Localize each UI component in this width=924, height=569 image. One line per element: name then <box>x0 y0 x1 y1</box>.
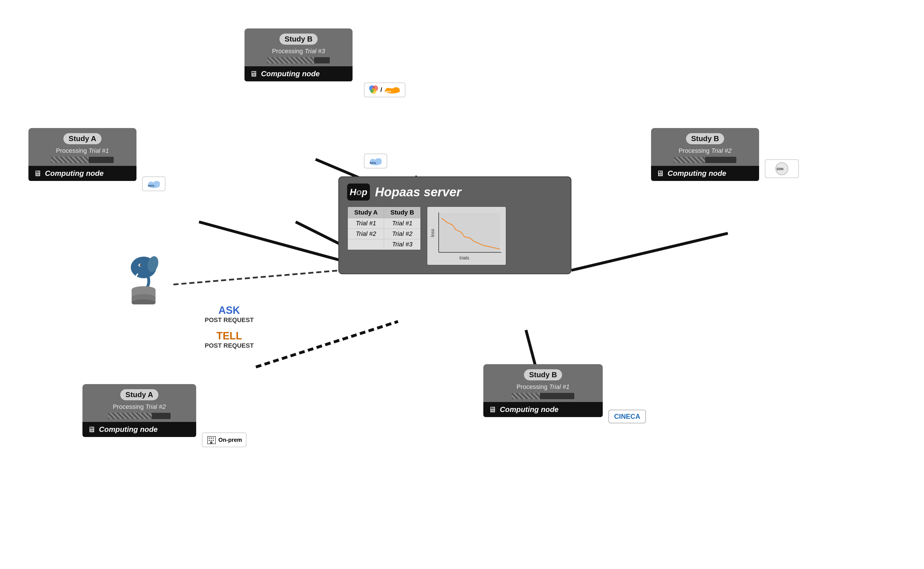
svg-rect-30 <box>439 213 500 252</box>
monitor-icon-top-left: 🖥 <box>33 169 41 178</box>
provider-badge-onprem: On-prem <box>202 432 246 447</box>
node-top-right: Study B Processing Trial #2 🖥 Computing … <box>651 128 759 181</box>
svg-text:aws: aws <box>385 90 391 93</box>
hopaas-server: Hop Hopaas server Study A Study B Trial … <box>338 176 572 274</box>
processing-label-top-center: Processing Trial #3 <box>251 47 346 55</box>
node-footer-bottom-right: 🖥 Computing node <box>483 402 603 417</box>
processing-label-bottom-right: Processing Trial #1 <box>490 383 596 391</box>
ask-text: ASK <box>205 304 253 316</box>
processing-label-bottom-left: Processing Trial #2 <box>89 403 190 411</box>
monitor-icon-top-right: 🖥 <box>656 169 664 178</box>
svg-line-3 <box>256 321 398 367</box>
processing-label-top-right: Processing Trial #2 <box>657 147 753 155</box>
cell-a2: Trial #2 <box>348 229 384 239</box>
svg-rect-45 <box>211 440 212 441</box>
ask-label: ASK POST REQUEST <box>205 304 253 324</box>
svg-rect-41 <box>209 438 210 439</box>
study-title-top-right: Study B <box>686 133 724 144</box>
tell-text: TELL <box>205 330 253 342</box>
server-title: Hopaas server <box>375 185 461 199</box>
study-table: Study A Study B Trial #1 Trial #1 Trial … <box>347 206 421 250</box>
cell-b1: Trial #1 <box>384 218 420 229</box>
node-top-center: Study B Processing Trial #3 🖥 Computing … <box>244 29 352 81</box>
provider-badge-cineca: CINECA <box>608 410 646 423</box>
tell-label: TELL POST REQUEST <box>205 330 253 349</box>
svg-point-33 <box>140 264 141 266</box>
onprem-text: On-prem <box>218 437 242 443</box>
hop-logo: Hop <box>347 184 370 201</box>
provider-badge-cloud: / aws <box>364 82 405 97</box>
computing-label-top-left: Computing node <box>45 169 104 178</box>
study-title-top-left: Study A <box>64 133 101 144</box>
computing-label-top-right: Computing node <box>668 169 727 178</box>
monitor-icon-bottom-right: 🖥 <box>489 405 496 414</box>
svg-rect-47 <box>210 441 212 444</box>
svg-text:trials: trials <box>460 256 469 260</box>
node-top-left: Study A Processing Trial #1 🖥 Computing … <box>29 128 137 181</box>
cell-b2: Trial #2 <box>384 229 420 239</box>
table-row: Trial #3 <box>348 239 420 250</box>
svg-rect-43 <box>212 438 214 439</box>
monitor-icon-bottom-left: 🖥 <box>88 425 96 434</box>
svg-line-2 <box>572 233 728 270</box>
tell-post-text: POST REQUEST <box>205 342 253 349</box>
server-content: Study A Study B Trial #1 Trial #1 Trial … <box>347 206 563 265</box>
col-study-b: Study B <box>384 207 420 218</box>
svg-line-5 <box>173 270 341 284</box>
study-title-bottom-right: Study B <box>524 369 562 380</box>
monitor-icon-top-center: 🖥 <box>250 69 258 79</box>
cineca-text: CINECA <box>614 412 640 420</box>
node-bottom-right: Study B Processing Trial #1 🖥 Computing … <box>483 364 603 417</box>
database-icon <box>122 253 168 306</box>
cell-a1: Trial #1 <box>348 218 384 229</box>
node-footer-top-left: 🖥 Computing node <box>29 166 137 181</box>
svg-rect-46 <box>212 440 214 441</box>
node-footer-bottom-left: 🖥 Computing node <box>82 422 196 437</box>
chart-box: loss trials <box>427 206 506 265</box>
svg-point-18 <box>375 158 382 163</box>
provider-badge-infn-top: INFN <box>364 154 387 169</box>
server-header: Hop Hopaas server <box>347 184 563 201</box>
svg-text:INFN: INFN <box>148 184 154 187</box>
node-footer-top-right: 🖥 Computing node <box>651 166 759 181</box>
provider-badge-erin: ERIN <box>765 159 799 178</box>
ask-post-text: POST REQUEST <box>205 316 253 324</box>
cell-a3 <box>348 239 384 250</box>
processing-label-top-left: Processing Trial #1 <box>35 147 130 155</box>
svg-rect-42 <box>211 438 212 439</box>
cell-b3: Trial #3 <box>384 239 420 250</box>
svg-text:loss: loss <box>430 229 435 237</box>
svg-point-22 <box>153 181 160 186</box>
svg-point-11 <box>370 89 373 93</box>
col-study-a: Study A <box>348 207 384 218</box>
node-footer-top-center: 🖥 Computing node <box>244 66 352 81</box>
svg-text:INFN: INFN <box>370 161 376 164</box>
computing-label-top-center: Computing node <box>261 69 320 78</box>
computing-label-bottom-right: Computing node <box>500 405 559 414</box>
node-bottom-left: Study A Processing Trial #2 🖥 Computing … <box>82 384 196 437</box>
svg-rect-44 <box>209 440 210 441</box>
table-row: Trial #2 Trial #2 <box>348 229 420 239</box>
study-title-top-center: Study B <box>279 33 317 45</box>
study-title-bottom-left: Study A <box>120 389 158 400</box>
svg-text:ERIN: ERIN <box>777 167 784 171</box>
table-row: Trial #1 Trial #1 <box>348 218 420 229</box>
computing-label-bottom-left: Computing node <box>99 425 158 434</box>
provider-badge-infn-left: INFN <box>142 176 165 191</box>
svg-point-14 <box>393 87 400 92</box>
cloud-separator: / <box>381 86 382 94</box>
